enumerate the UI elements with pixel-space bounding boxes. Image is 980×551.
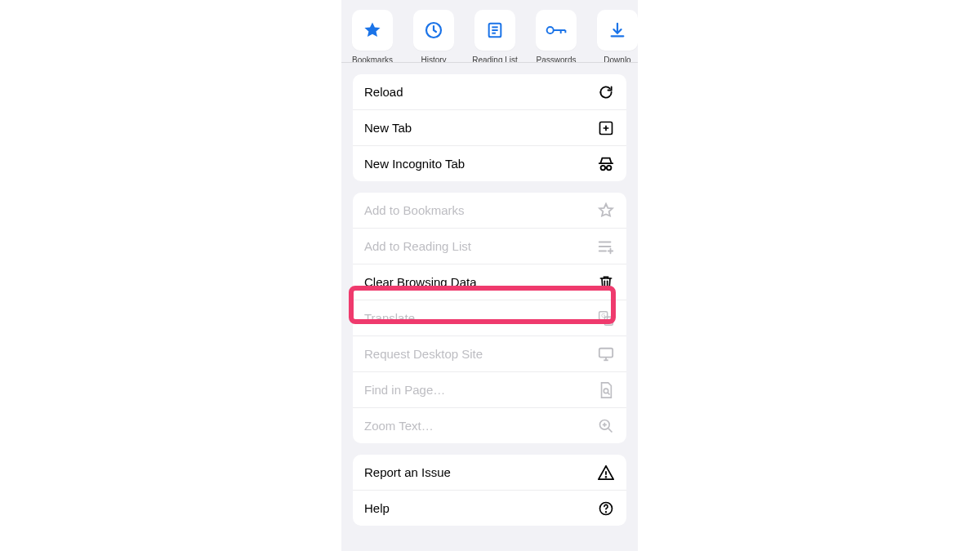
find-in-page-icon: [597, 381, 615, 399]
menu-item-new-incognito-tab[interactable]: New Incognito Tab: [353, 145, 626, 181]
menu-item-translate: Translate G: [353, 300, 626, 335]
shortcut-label: Passwords: [537, 56, 577, 63]
menu-item-label: Add to Bookmarks: [364, 203, 597, 217]
new-tab-icon: [597, 119, 615, 137]
menu-item-label: Zoom Text…: [364, 419, 597, 433]
shortcut-label: History: [421, 56, 446, 63]
svg-point-36: [606, 511, 607, 512]
browser-menu-panel: Bookmarks History Reading List Passwords: [341, 0, 638, 551]
reading-list-icon: [474, 10, 515, 51]
menu-item-label: Add to Reading List: [364, 239, 597, 253]
star-filled-icon: [352, 10, 393, 51]
menu-item-label: Find in Page…: [364, 383, 597, 397]
menu-item-label: Reload: [364, 85, 597, 99]
menu-item-label: Clear Browsing Data: [364, 275, 597, 289]
menu-item-label: New Tab: [364, 121, 597, 135]
clock-icon: [413, 10, 454, 51]
menu-item-clear-browsing-data[interactable]: Clear Browsing Data: [353, 264, 626, 300]
menu-item-label: Report an Issue: [364, 465, 597, 479]
menu-item-reload[interactable]: Reload: [353, 74, 626, 109]
star-outline-icon: [597, 202, 615, 220]
shortcut-history[interactable]: History: [411, 10, 457, 63]
shortcut-downloads[interactable]: Downlo: [595, 10, 638, 63]
svg-line-30: [608, 428, 612, 432]
list-add-icon: [597, 238, 615, 256]
incognito-icon: [597, 155, 615, 173]
menu-item-label: Translate: [364, 311, 597, 325]
translate-icon: G: [597, 309, 615, 327]
menu-item-add-to-reading-list: Add to Reading List: [353, 228, 626, 264]
svg-rect-22: [604, 317, 612, 325]
download-icon: [597, 10, 638, 51]
menu-item-find-in-page: Find in Page…: [353, 371, 626, 407]
menu-item-label: New Incognito Tab: [364, 157, 597, 171]
svg-point-27: [604, 389, 608, 393]
svg-point-34: [606, 477, 607, 478]
menu-item-label: Request Desktop Site: [364, 347, 597, 361]
menu-group-navigation: Reload New Tab New Incognito Tab: [353, 74, 626, 181]
warning-icon: [597, 464, 615, 482]
menu-item-new-tab[interactable]: New Tab: [353, 109, 626, 145]
menu-item-request-desktop-site: Request Desktop Site: [353, 335, 626, 371]
reload-icon: [597, 83, 615, 101]
menu-item-zoom-text: Zoom Text…: [353, 407, 626, 443]
zoom-icon: [597, 417, 615, 435]
shortcut-label: Downlo: [604, 56, 630, 63]
shortcut-bookmarks[interactable]: Bookmarks: [350, 10, 395, 63]
key-icon: [536, 10, 577, 51]
menu-item-label: Help: [364, 501, 597, 515]
trash-icon: [597, 273, 615, 291]
svg-text:G: G: [601, 313, 605, 318]
menu-group-page-actions: Add to Bookmarks Add to Reading List Cle…: [353, 193, 626, 443]
shortcut-row: Bookmarks History Reading List Passwords: [341, 0, 638, 63]
svg-point-5: [547, 27, 554, 33]
menu-group-support: Report an Issue Help: [353, 455, 626, 526]
help-icon: [597, 500, 615, 518]
shortcut-reading-list[interactable]: Reading List: [472, 10, 518, 63]
menu-item-add-to-bookmarks: Add to Bookmarks: [353, 193, 626, 228]
menu-item-report-issue[interactable]: Report an Issue: [353, 455, 626, 490]
desktop-icon: [597, 345, 615, 363]
shortcut-label: Reading List: [472, 56, 518, 63]
svg-rect-24: [599, 348, 612, 357]
shortcut-label: Bookmarks: [352, 56, 393, 63]
menu-item-help[interactable]: Help: [353, 490, 626, 526]
shortcut-passwords[interactable]: Passwords: [533, 10, 579, 63]
svg-line-28: [608, 393, 609, 394]
